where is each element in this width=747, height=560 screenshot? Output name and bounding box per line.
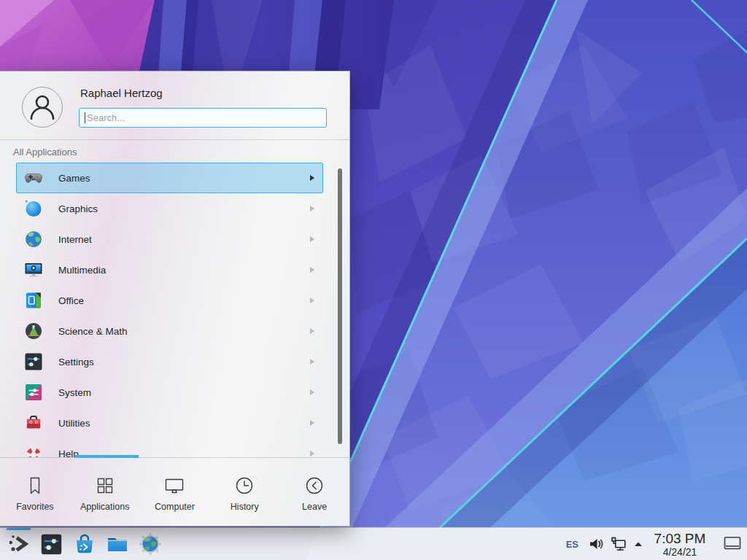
- search-field: [79, 108, 327, 128]
- submenu-arrow-icon: [310, 206, 314, 211]
- app-list-scrollbar[interactable]: [338, 168, 342, 444]
- show-desktop-button[interactable]: [723, 534, 742, 553]
- app-item-label: Utilities: [58, 418, 90, 429]
- tab-label: Leave: [302, 502, 327, 512]
- clock-date: 4/24/21: [653, 547, 707, 557]
- app-item-system[interactable]: System: [16, 377, 323, 408]
- desktop: Raphael Hertzog All Applications: [0, 0, 747, 560]
- submenu-arrow-icon: [310, 420, 314, 426]
- search-input[interactable]: [79, 108, 327, 128]
- tab-label: Computer: [155, 502, 195, 512]
- launcher-footer: Favorites Applications: [0, 457, 349, 527]
- taskbar-system-settings-button[interactable]: [35, 528, 68, 560]
- app-item-multimedia[interactable]: Multimedia: [16, 254, 323, 285]
- app-item-label: Games: [58, 173, 90, 184]
- taskbar-launcher-button[interactable]: [2, 528, 35, 560]
- taskbar-launchers: [0, 528, 166, 560]
- tab-computer[interactable]: Computer: [140, 458, 210, 527]
- volume-icon[interactable]: [587, 535, 605, 553]
- app-item-games[interactable]: Games: [16, 163, 323, 193]
- toolbox-icon: [24, 413, 43, 432]
- network-icon[interactable]: [610, 535, 627, 553]
- system-sliders-icon: [24, 383, 43, 402]
- lifebuoy-icon: [24, 444, 43, 457]
- tab-history[interactable]: History: [209, 458, 279, 527]
- tab-label: Favorites: [16, 502, 53, 512]
- text-cursor: [85, 112, 85, 123]
- application-launcher-popup: Raphael Hertzog All Applications: [0, 71, 350, 526]
- taskbar-browser-button[interactable]: [133, 528, 166, 560]
- taskbar-file-manager-button[interactable]: [101, 528, 133, 560]
- sphere-icon: [24, 199, 43, 218]
- document-icon: [24, 291, 43, 310]
- submenu-arrow-icon: [310, 328, 314, 334]
- flask-icon: [24, 322, 43, 341]
- submenu-arrow-icon: [310, 389, 314, 395]
- submenu-arrow-icon: [310, 236, 314, 242]
- user-name: Raphael Hertzog: [80, 87, 163, 99]
- app-item-settings[interactable]: Settings: [16, 346, 323, 377]
- submenu-arrow-icon: [310, 298, 314, 303]
- tab-applications[interactable]: Applications: [70, 458, 140, 527]
- show-desktop-icon: [723, 534, 742, 553]
- tab-favorites[interactable]: Favorites: [0, 458, 70, 527]
- submenu-arrow-icon: [310, 175, 314, 181]
- app-item-label: System: [58, 387, 91, 398]
- tab-label: History: [231, 502, 259, 512]
- system-tray: ES: [566, 528, 747, 560]
- sliders-icon: [24, 352, 43, 371]
- app-item-internet[interactable]: Internet: [16, 224, 323, 254]
- kickoff-icon: [7, 532, 31, 556]
- app-item-science-math[interactable]: Science & Math: [16, 316, 323, 346]
- submenu-arrow-icon: [310, 451, 314, 456]
- app-item-label: Graphics: [58, 203, 98, 214]
- bookmark-icon: [25, 475, 45, 496]
- taskbar: ES: [0, 527, 747, 560]
- gamepad-icon: [24, 168, 43, 187]
- clock-icon: [234, 475, 255, 496]
- grid-icon: [95, 475, 115, 496]
- app-item-label: Office: [58, 295, 84, 306]
- user-icon: [23, 88, 62, 127]
- app-item-help[interactable]: Help: [16, 438, 323, 457]
- globe-icon: [24, 230, 43, 249]
- user-avatar[interactable]: [22, 87, 63, 128]
- file-manager-icon: [106, 532, 129, 556]
- app-item-label: Settings: [58, 357, 94, 368]
- app-item-utilities[interactable]: Utilities: [16, 408, 323, 438]
- app-item-label: Science & Math: [58, 326, 128, 337]
- submenu-arrow-icon: [310, 267, 314, 273]
- discover-icon: [73, 532, 96, 556]
- launcher-header: Raphael Hertzog: [0, 71, 349, 140]
- clock-time: 7:03 PM: [653, 532, 707, 545]
- app-item-graphics[interactable]: Graphics: [16, 193, 323, 224]
- submenu-arrow-icon: [310, 359, 314, 365]
- leave-icon: [304, 475, 325, 496]
- active-tab-indicator: [74, 455, 139, 458]
- taskbar-discover-button[interactable]: [68, 528, 101, 560]
- app-item-office[interactable]: Office: [16, 285, 323, 316]
- keyboard-layout-indicator[interactable]: ES: [566, 539, 578, 550]
- tab-leave[interactable]: Leave: [279, 458, 349, 527]
- digital-clock[interactable]: 7:03 PM 4/24/21: [653, 532, 707, 557]
- app-item-label: Internet: [58, 234, 92, 245]
- app-item-label: Multimedia: [58, 265, 106, 276]
- browser-globe-icon: [139, 532, 162, 556]
- monitor-icon: [164, 475, 185, 496]
- app-list: Games Graphics: [0, 163, 349, 457]
- media-screen-icon: [24, 260, 43, 279]
- section-label: All Applications: [13, 147, 77, 158]
- system-settings-icon: [40, 533, 63, 556]
- expand-tray-icon[interactable]: [632, 535, 644, 553]
- active-task-indicator: [7, 528, 31, 530]
- tab-label: Applications: [80, 502, 129, 512]
